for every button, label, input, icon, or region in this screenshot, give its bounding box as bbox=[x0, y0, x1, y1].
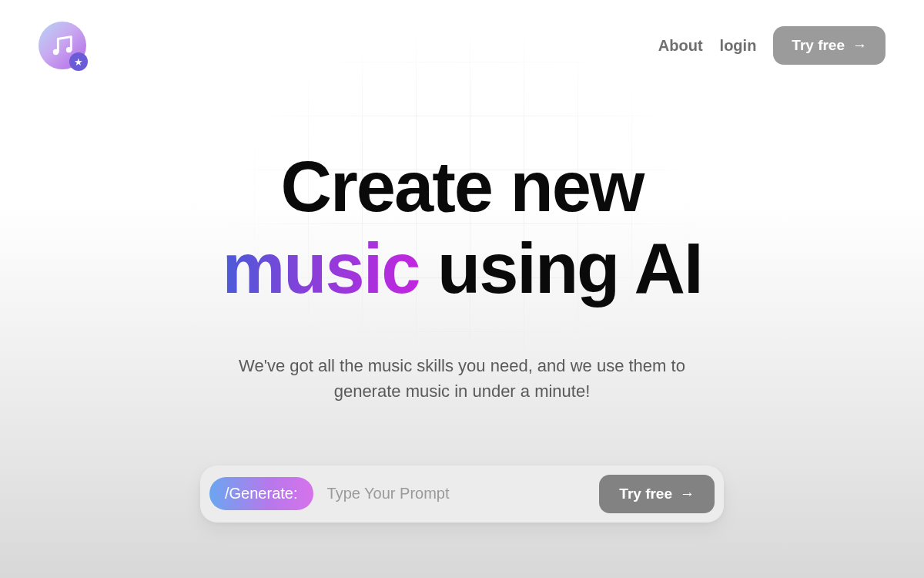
svg-point-1 bbox=[66, 47, 72, 52]
star-icon: ★ bbox=[69, 52, 88, 71]
prompt-input[interactable] bbox=[327, 485, 586, 502]
prompt-bar: /Generate: Try free → bbox=[200, 465, 724, 523]
generate-pill: /Generate: bbox=[209, 477, 313, 510]
try-free-button[interactable]: Try free → bbox=[773, 26, 886, 65]
arrow-right-icon: → bbox=[852, 37, 867, 54]
hero-title: Create new music using AI bbox=[0, 146, 924, 310]
nav-login-link[interactable]: login bbox=[720, 37, 757, 55]
logo[interactable]: ★ bbox=[38, 22, 86, 69]
hero-title-line1: Create new bbox=[281, 147, 644, 226]
prompt-try-free-button[interactable]: Try free → bbox=[599, 475, 715, 513]
hero-title-accent: music bbox=[223, 229, 420, 307]
prompt-cta-label: Try free bbox=[619, 486, 672, 502]
hero: Create new music using AI We've got all … bbox=[0, 146, 924, 404]
svg-point-0 bbox=[53, 49, 59, 55]
try-free-label: Try free bbox=[792, 37, 845, 54]
hero-title-rest: using AI bbox=[437, 229, 701, 307]
hero-subtitle: We've got all the music skills you need,… bbox=[216, 353, 708, 404]
nav-about-link[interactable]: About bbox=[658, 37, 703, 55]
nav: About login Try free → bbox=[658, 26, 886, 65]
header: ★ About login Try free → bbox=[0, 0, 924, 69]
arrow-right-icon: → bbox=[680, 486, 695, 502]
